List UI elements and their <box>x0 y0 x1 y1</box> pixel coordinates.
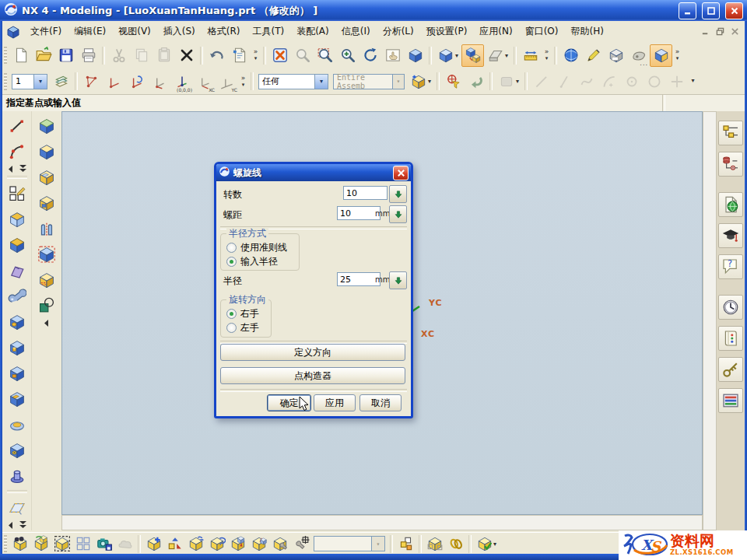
history-button[interactable] <box>718 295 743 320</box>
basic-line-button[interactable] <box>5 114 29 138</box>
part-navigator-button[interactable] <box>718 152 743 177</box>
groove-button[interactable] <box>5 412 29 436</box>
menu-item-6[interactable]: 工具(T) <box>246 22 290 41</box>
toolbar-overflow-button[interactable]: »▾ <box>238 75 248 89</box>
extrude-button[interactable] <box>5 207 29 231</box>
zoom-in-out-button[interactable] <box>336 44 359 67</box>
perspective-view-button[interactable] <box>404 44 426 67</box>
assembly-navigator-button[interactable] <box>718 121 743 145</box>
web-browser-button[interactable] <box>718 192 743 217</box>
roadmap-button[interactable] <box>718 388 743 413</box>
curve-arc-button[interactable] <box>598 70 620 93</box>
zoom-view-button[interactable] <box>291 44 314 67</box>
close-button[interactable] <box>725 2 743 19</box>
dialog-close-button[interactable] <box>393 166 409 180</box>
define-direction-button[interactable]: 定义方向 <box>220 344 405 361</box>
close-document-icon[interactable] <box>728 26 742 37</box>
save-file-button[interactable] <box>54 44 77 67</box>
menu-item-3[interactable]: 视图(V) <box>112 22 157 41</box>
curve-inferred-line-button[interactable] <box>552 70 575 93</box>
maximize-button[interactable] <box>702 2 720 19</box>
basic-arc-button[interactable] <box>5 139 29 163</box>
chevron-down-icon[interactable]: ▾ <box>314 75 328 89</box>
visualization-sphere-button[interactable] <box>559 44 582 67</box>
substitute-component-button[interactable] <box>248 534 269 555</box>
radio-right-hand[interactable]: 右手 <box>226 307 259 320</box>
pad-button[interactable] <box>5 387 29 411</box>
hidden-components-button[interactable] <box>72 534 93 555</box>
radio-use-spine-curve[interactable]: 使用准则线 <box>226 241 287 254</box>
menu-item-2[interactable]: 编辑(E) <box>68 22 112 41</box>
snap-point-button[interactable] <box>80 70 103 93</box>
cancel-button[interactable]: 取消 <box>359 394 402 411</box>
vertical-scrollbar[interactable] <box>703 111 717 530</box>
unite-boolean-button[interactable] <box>34 293 58 317</box>
scope-combo[interactable]: 任何▾ <box>258 74 328 89</box>
menu-item-10[interactable]: 预设置(P) <box>420 22 474 41</box>
move-component-button[interactable] <box>185 534 206 555</box>
menu-item-7[interactable]: 装配(A) <box>290 22 335 41</box>
dialog-title-bar[interactable]: 螺旋线 <box>216 164 411 181</box>
trim-body-button[interactable] <box>5 233 29 257</box>
copy-button[interactable] <box>130 44 153 67</box>
datum-plane-button[interactable] <box>5 495 29 520</box>
shell-button[interactable] <box>34 242 58 266</box>
edit-component-add-button[interactable] <box>290 534 311 555</box>
radio-icon[interactable] <box>226 309 237 319</box>
horizontal-scrollbar[interactable] <box>61 515 703 530</box>
radio-icon[interactable] <box>226 243 237 253</box>
add-component-button[interactable] <box>143 534 164 555</box>
new-file-button[interactable] <box>9 44 32 67</box>
snap-end-point-button[interactable] <box>103 70 125 93</box>
rib-button[interactable] <box>34 216 58 240</box>
measure-distance-button[interactable] <box>519 44 542 67</box>
zoom-area-button[interactable] <box>314 44 336 67</box>
mating-check-button[interactable] <box>474 534 495 555</box>
find-component-button[interactable] <box>9 534 30 555</box>
menu-item-8[interactable]: 信息(I) <box>335 22 377 41</box>
rotate-component-button[interactable] <box>206 534 227 555</box>
snap-control-point-button[interactable] <box>125 70 148 93</box>
toolbar-gripper[interactable] <box>4 47 7 64</box>
apply-button[interactable]: 应用 <box>314 394 356 411</box>
thread-button[interactable] <box>34 268 58 292</box>
context-help-button[interactable]: ? <box>718 254 743 279</box>
delete-button[interactable] <box>175 44 198 67</box>
assembly-combo[interactable]: Entire Assemb▾ <box>333 74 405 89</box>
deformable-part-button[interactable] <box>395 534 416 555</box>
pitch-spinner-button[interactable] <box>389 205 407 223</box>
radio-enter-radius[interactable]: 输入半径 <box>226 255 278 268</box>
snap-yc-axis-button[interactable]: YC <box>216 70 238 93</box>
hole-button[interactable] <box>5 310 29 334</box>
chevron-down-icon[interactable]: ▾ <box>371 537 384 551</box>
radio-icon[interactable] <box>226 323 237 333</box>
curve-circle-center-button[interactable] <box>620 70 643 93</box>
component-cloud-button[interactable] <box>114 534 135 555</box>
linked-body-button[interactable] <box>424 534 445 555</box>
open-component-button[interactable] <box>30 534 51 555</box>
menu-item-13[interactable]: 帮助(H) <box>565 22 610 41</box>
minimize-button[interactable] <box>679 2 696 19</box>
sketch-button[interactable] <box>5 181 29 205</box>
start-application-button[interactable] <box>650 44 672 67</box>
curve-circle-button[interactable] <box>643 70 665 93</box>
pan-view-button[interactable] <box>381 44 404 67</box>
turns-spinner-button[interactable] <box>389 185 407 203</box>
selection-filter-button[interactable] <box>442 70 465 93</box>
curve-line-button[interactable] <box>530 70 552 93</box>
minimize-document-icon[interactable] <box>699 26 712 37</box>
pad-feature-button[interactable] <box>34 165 58 189</box>
mate-component-button[interactable] <box>164 534 185 555</box>
view-notes-button[interactable] <box>228 44 251 67</box>
rotate-view-button[interactable] <box>359 44 381 67</box>
layer-visibility-button[interactable] <box>50 70 72 93</box>
chevron-down-icon[interactable]: ▾ <box>33 75 47 89</box>
shaded-view-button[interactable] <box>434 44 457 67</box>
radio-left-hand[interactable]: 左手 <box>226 321 259 334</box>
toolbar-gripper[interactable] <box>4 535 7 552</box>
cam-session-button[interactable]: ... <box>627 44 650 67</box>
toolbar-overflow-button[interactable]: »▾ <box>542 48 552 62</box>
menu-item-4[interactable]: 插入(S) <box>157 22 202 41</box>
through-hole-button[interactable] <box>5 438 29 462</box>
snap-xc-axis-button[interactable]: XC <box>193 70 216 93</box>
